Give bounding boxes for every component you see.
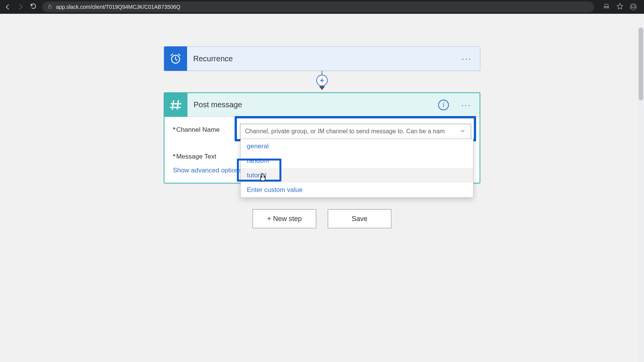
channel-dropdown: general random tutorial Enter custom val… <box>240 139 473 198</box>
star-icon[interactable] <box>616 3 623 11</box>
info-icon[interactable]: i <box>438 100 449 110</box>
action-title: Post message <box>187 100 438 109</box>
trigger-title: Recurrence <box>187 54 453 63</box>
new-step-button[interactable]: + New step <box>253 209 316 228</box>
connector: + <box>316 71 328 90</box>
dropdown-option-tutorial[interactable]: tutorial <box>241 168 473 183</box>
hash-icon <box>164 93 187 117</box>
trigger-card-recurrence[interactable]: Recurrence ··· <box>164 46 480 71</box>
scrollbar-thumb[interactable] <box>639 28 643 100</box>
scrollbar[interactable] <box>638 28 644 362</box>
trigger-menu-button[interactable]: ··· <box>453 53 480 64</box>
show-advanced-label: Show advanced options <box>173 167 242 174</box>
clock-icon <box>164 46 187 71</box>
dropdown-option-random[interactable]: random <box>241 154 473 168</box>
svg-point-1 <box>607 7 609 8</box>
arrow-down-icon <box>319 86 325 90</box>
chevron-down-icon <box>459 128 466 134</box>
browser-bar: app.slack.com/client/T019Q94MCJK/C01AB73… <box>0 0 644 14</box>
message-text-label: *Message Text <box>173 151 240 161</box>
dropdown-option-general[interactable]: general <box>241 139 473 154</box>
url-bar[interactable]: app.slack.com/client/T019Q94MCJK/C01AB73… <box>42 2 594 12</box>
svg-point-0 <box>604 7 606 8</box>
dropdown-option-custom[interactable]: Enter custom value <box>241 183 473 197</box>
channel-name-row: *Channel Name Channel, private group, or… <box>173 124 471 139</box>
url-text: app.slack.com/client/T019Q94MCJK/C01AB73… <box>56 4 181 10</box>
reload-button[interactable] <box>30 3 37 11</box>
footer-buttons: + New step Save <box>253 209 391 228</box>
profile-avatar[interactable] <box>629 3 637 11</box>
channel-name-label: *Channel Name <box>173 124 240 134</box>
add-step-between-button[interactable]: + <box>316 75 328 86</box>
back-button[interactable] <box>4 3 12 10</box>
action-header[interactable]: Post message i ··· <box>164 93 480 117</box>
incognito-icon[interactable] <box>603 3 610 11</box>
forward-button[interactable] <box>17 3 25 10</box>
channel-name-select[interactable]: Channel, private group, or IM channel to… <box>240 124 471 139</box>
lock-icon <box>48 4 52 10</box>
save-button[interactable]: Save <box>328 209 391 228</box>
channel-name-placeholder: Channel, private group, or IM channel to… <box>245 128 445 135</box>
svg-point-3 <box>632 5 635 7</box>
flow-canvas: Recurrence ··· + Post message i ··· *Cha… <box>0 14 644 362</box>
action-menu-button[interactable]: ··· <box>453 100 480 110</box>
